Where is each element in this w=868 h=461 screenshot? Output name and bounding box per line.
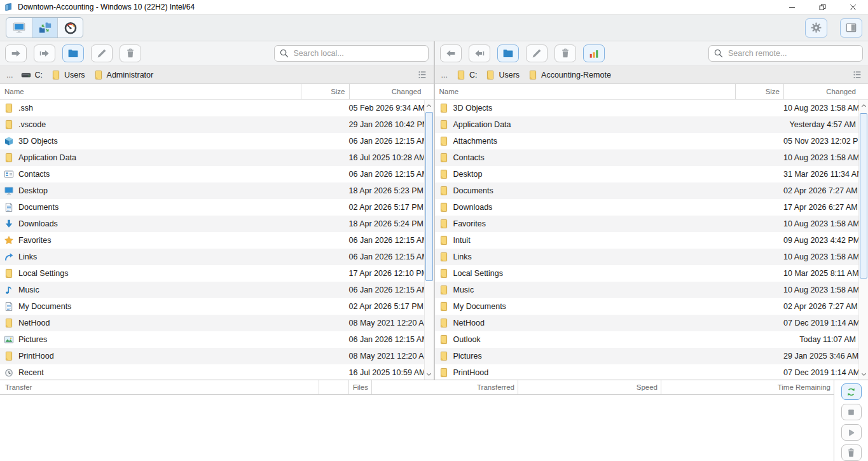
file-row[interactable]: Application Data 16 Jul 2025 10:28 AM	[0, 149, 424, 166]
folder-icon	[439, 186, 449, 196]
restore-button[interactable]	[807, 0, 837, 14]
column-header-size[interactable]: Size	[735, 84, 783, 99]
file-name: Attachments	[453, 137, 497, 146]
scrollbar-thumb[interactable]	[860, 113, 867, 279]
transfer-controls	[834, 380, 868, 461]
file-changed: 06 Jan 2026 12:15 AM	[349, 286, 424, 294]
file-row[interactable]: .ssh 05 Feb 2026 9:34 AM	[0, 100, 424, 116]
machine-view-button[interactable]	[6, 18, 32, 38]
copy-to-local-button[interactable]	[440, 45, 462, 62]
file-row[interactable]: Music 10 Aug 2023 1:58 AM	[435, 282, 859, 298]
remote-scrollbar[interactable]	[858, 100, 868, 380]
breadcrumb-item[interactable]: Accounting-Remote	[528, 70, 611, 80]
column-header-size[interactable]: Size	[301, 84, 349, 99]
column-header-name[interactable]: Name	[435, 84, 736, 99]
remote-search-input[interactable]	[708, 45, 863, 62]
breadcrumb-item[interactable]: ...	[6, 71, 13, 79]
file-name: Local Settings	[453, 269, 504, 278]
scroll-down-button[interactable]	[859, 369, 868, 379]
breadcrumb-item[interactable]: C:	[456, 70, 478, 80]
file-row[interactable]: Desktop 31 Mar 2026 11:34 AM	[435, 166, 859, 182]
column-header-changed[interactable]: Changed	[349, 84, 434, 99]
file-changed: 10 Aug 2023 1:58 AM	[783, 219, 858, 228]
file-row[interactable]: Local Settings 17 Apr 2026 12:10 PM	[0, 265, 424, 282]
performance-view-button[interactable]	[57, 18, 83, 38]
file-row[interactable]: Music 06 Jan 2026 12:15 AM	[0, 282, 424, 298]
file-row[interactable]: Links 06 Jan 2026 12:15 AM	[0, 249, 424, 265]
folder-icon	[439, 334, 449, 345]
file-row[interactable]: Attachments 05 Nov 2023 12:02 PM	[435, 133, 859, 149]
local-new-folder-button[interactable]	[62, 45, 84, 62]
scrollbar-thumb[interactable]	[425, 112, 433, 281]
local-search-input[interactable]	[274, 45, 429, 62]
local-file-area: .ssh 05 Feb 2026 9:34 AM .vscode 29 Jan …	[0, 100, 434, 380]
breadcrumb-item[interactable]: Administrator	[93, 70, 154, 80]
folder-icon	[439, 351, 449, 361]
refresh-transfers-button[interactable]	[841, 383, 862, 400]
file-name: Contacts	[18, 170, 50, 179]
file-row[interactable]: Downloads 17 Apr 2026 6:27 AM	[435, 199, 859, 216]
remote-stats-button[interactable]	[583, 45, 605, 62]
file-row[interactable]: Desktop 18 Apr 2026 5:23 PM	[0, 182, 424, 199]
file-row[interactable]: Outlook Today 11:07 AM	[435, 331, 859, 348]
breadcrumb-item[interactable]: ...	[441, 71, 448, 79]
file-row[interactable]: Local Settings 10 Mar 2025 8:11 AM	[435, 265, 859, 282]
stop-transfer-button[interactable]	[841, 404, 862, 420]
local-scrollbar[interactable]	[424, 100, 434, 380]
close-button[interactable]	[837, 0, 868, 14]
remote-rename-button[interactable]	[526, 45, 548, 62]
file-row[interactable]: Intuit 09 Aug 2023 4:42 PM	[435, 232, 859, 249]
file-row[interactable]: 3D Objects 06 Jan 2026 12:15 AM	[0, 133, 424, 149]
file-row[interactable]: Documents 02 Apr 2026 5:17 PM	[0, 199, 424, 216]
panel-toggle-button[interactable]	[840, 18, 862, 38]
local-rename-button[interactable]	[91, 45, 113, 62]
breadcrumb-item[interactable]: Users	[51, 70, 85, 80]
local-delete-button[interactable]	[120, 45, 141, 62]
file-row[interactable]: NetHood 07 Dec 2019 1:14 AM	[435, 315, 859, 331]
copy-to-remote-button[interactable]	[5, 45, 27, 62]
file-row[interactable]: NetHood 08 May 2021 12:20 AM	[0, 315, 424, 331]
folder-blue-icon	[67, 48, 79, 59]
trash-icon	[560, 48, 571, 59]
file-row[interactable]: Downloads 18 Apr 2026 5:24 PM	[0, 216, 424, 232]
settings-button[interactable]	[805, 18, 827, 38]
file-row[interactable]: My Documents 02 Apr 2026 5:17 PM	[0, 298, 424, 315]
file-row[interactable]: Contacts 10 Aug 2023 1:58 AM	[435, 149, 859, 166]
file-transfer-view-button[interactable]	[32, 18, 57, 38]
window-title: Downtown-Accounting - Windows 10 (22H2) …	[18, 3, 195, 11]
remote-delete-button[interactable]	[555, 45, 576, 62]
file-row[interactable]: Favorites 10 Aug 2023 1:58 AM	[435, 216, 859, 232]
file-row[interactable]: Favorites 06 Jan 2026 12:15 AM	[0, 232, 424, 249]
scroll-down-button[interactable]	[425, 369, 434, 379]
file-row[interactable]: Links 10 Aug 2023 1:58 AM	[435, 249, 859, 265]
file-row[interactable]: PrintHood 08 May 2021 12:20 AM	[0, 348, 424, 364]
file-row[interactable]: Pictures 29 Jan 2025 3:46 AM	[435, 348, 859, 364]
file-row[interactable]: Recent 16 Jul 2025 10:59 AM	[0, 364, 424, 380]
folder-icon	[456, 70, 466, 80]
file-row[interactable]: 3D Objects 10 Aug 2023 1:58 AM	[435, 100, 859, 116]
minimize-button[interactable]	[776, 0, 807, 14]
column-header-name[interactable]: Name	[0, 84, 301, 99]
file-row[interactable]: .vscode 29 Jan 2026 10:42 PM	[0, 116, 424, 133]
file-row[interactable]: Documents 02 Apr 2026 7:27 AM	[435, 182, 859, 199]
scroll-up-button[interactable]	[859, 100, 868, 111]
remote-list-view-button[interactable]	[851, 69, 863, 80]
breadcrumb-item[interactable]: Users	[485, 70, 520, 80]
delete-transfer-button[interactable]	[841, 444, 862, 461]
file-row[interactable]: My Documents 02 Apr 2026 7:27 AM	[435, 298, 859, 315]
move-to-remote-button[interactable]	[34, 45, 55, 62]
local-list-view-button[interactable]	[417, 69, 429, 80]
file-changed: 02 Apr 2026 7:27 AM	[783, 186, 858, 195]
file-row[interactable]: Pictures 06 Jan 2026 12:15 AM	[0, 331, 424, 348]
start-transfer-button[interactable]	[841, 424, 862, 441]
file-row[interactable]: Contacts 06 Jan 2026 12:15 AM	[0, 166, 424, 182]
move-to-local-button[interactable]	[469, 45, 490, 62]
scroll-up-button[interactable]	[425, 100, 434, 111]
file-row[interactable]: Application Data Yesterday 4:57 AM	[435, 116, 859, 133]
file-changed: 02 Apr 2026 5:17 PM	[349, 203, 424, 212]
column-header-changed[interactable]: Changed	[783, 84, 868, 99]
file-changed: 07 Dec 2019 1:14 AM	[783, 319, 858, 327]
remote-new-folder-button[interactable]	[497, 45, 519, 62]
file-row[interactable]: PrintHood 07 Dec 2019 1:14 AM	[435, 364, 859, 380]
breadcrumb-item[interactable]: C:	[21, 70, 43, 80]
